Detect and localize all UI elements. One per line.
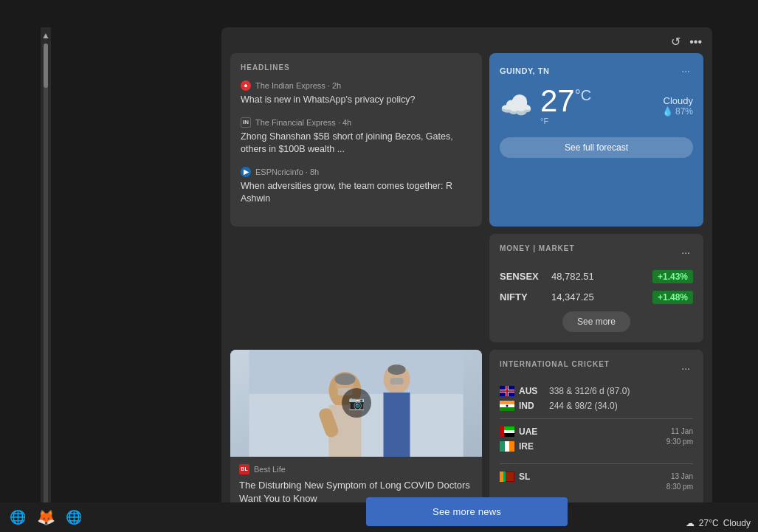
sl-time: 13 Jan8:30 pm	[666, 471, 693, 492]
taskbar-icon-globe[interactable]: 🌐	[6, 505, 30, 529]
market-more-button[interactable]: ···	[678, 245, 693, 260]
news-source-2: IN The Financial Express · 4h	[241, 117, 472, 128]
cricket-more-button[interactable]: ···	[678, 361, 693, 376]
market-label: MONEY | MARKET	[500, 244, 575, 252]
cricket-header: INTERNATIONAL CRICKET ···	[500, 360, 693, 377]
news-image: 📷	[230, 350, 482, 457]
see-more-news-overlay: See more news	[221, 491, 712, 532]
aus-score: 338 & 312/6 d (87.0)	[549, 386, 693, 396]
financial-express-icon: IN	[241, 117, 251, 128]
uae-flag-icon	[500, 426, 514, 437]
widget-panel: ↺ ••• HEADLINES ● The Indian Express · 2…	[221, 27, 712, 532]
svg-rect-26	[500, 441, 505, 452]
svg-rect-31	[503, 471, 506, 482]
scroll-thumb[interactable]	[44, 44, 48, 88]
news-headline-3[interactable]: When adversities grow, the team comes to…	[241, 180, 472, 206]
taskbar-icon-edge[interactable]: 🌐	[62, 505, 86, 529]
weather-cloud-icon: ☁️	[500, 90, 533, 121]
more-options-icon[interactable]: •••	[689, 35, 702, 49]
weather-temperature: 27°C	[540, 83, 591, 118]
nifty-label: NIFTY	[500, 291, 551, 303]
aus-team: AUS	[519, 386, 545, 396]
top-row: HEADLINES ● The Indian Express · 2h What…	[230, 53, 703, 227]
cricket-match-2: UAE IRE 11 Jan9:30 pm	[500, 426, 693, 456]
news-headline-2[interactable]: Zhong Shanshan $5B short of joining Bezo…	[241, 131, 472, 156]
weather-more-button[interactable]: ···	[678, 63, 693, 78]
ind-flag-icon	[500, 401, 514, 411]
market-see-more-button[interactable]: See more	[562, 311, 630, 332]
weather-condition: Cloudy	[662, 95, 693, 106]
svg-point-6	[335, 373, 356, 385]
news-item-2[interactable]: IN The Financial Express · 4h Zhong Shan…	[241, 117, 472, 156]
medical-background: 📷	[230, 350, 482, 457]
spacer-left	[230, 234, 482, 342]
cricket-label: INTERNATIONAL CRICKET	[500, 360, 610, 368]
taskbar-icon-edge-canary[interactable]: 🦊	[34, 505, 58, 529]
humidity-drop-icon: 💧	[662, 106, 673, 117]
reload-icon[interactable]: ↺	[671, 35, 681, 49]
svg-point-21	[506, 404, 509, 407]
sensex-change: +1.43%	[652, 270, 693, 283]
ire-row: IRE	[500, 441, 545, 452]
news-source-3: ▶ ESPNcricinfo · 8h	[241, 167, 472, 177]
svg-rect-25	[500, 426, 504, 437]
ire-team: IRE	[519, 441, 545, 452]
svg-rect-11	[390, 378, 404, 384]
ire-flag-icon	[500, 441, 514, 452]
weather-right: Cloudy 💧 87%	[662, 95, 693, 117]
aus-flag-icon	[500, 386, 514, 396]
sensex-row: SENSEX 48,782.51 +1.43%	[500, 270, 693, 283]
nifty-row: NIFTY 14,347.25 +1.48%	[500, 291, 693, 304]
market-card: MONEY | MARKET ··· SENSEX 48,782.51 +1.4…	[489, 234, 703, 342]
second-row: MONEY | MARKET ··· SENSEX 48,782.51 +1.4…	[230, 234, 703, 342]
sl-team: SL	[519, 471, 545, 482]
scroll-up-button[interactable]: ▲	[41, 30, 50, 41]
sl-team-block: SL	[500, 471, 545, 486]
news-item-3[interactable]: ▶ ESPNcricinfo · 8h When adversities gro…	[241, 167, 472, 206]
svg-rect-32	[506, 472, 514, 481]
sl-row: SL	[500, 471, 545, 482]
espn-icon: ▶	[241, 167, 251, 177]
taskbar-weather-condition: Cloudy	[723, 518, 751, 528]
market-header: MONEY | MARKET ···	[500, 244, 693, 261]
headlines-card: HEADLINES ● The Indian Express · 2h What…	[230, 53, 482, 227]
headlines-label: HEADLINES	[241, 63, 472, 72]
aus-row: AUS 338 & 312/6 d (87.0)	[500, 386, 693, 396]
weather-header: GUINDY, TN ···	[500, 63, 693, 78]
svg-rect-17	[506, 386, 508, 396]
uae-ire-teams: UAE IRE	[500, 426, 545, 456]
uae-ire-time: 11 Jan9:30 pm	[666, 426, 693, 447]
news-item-1[interactable]: ● The Indian Express · 2h What is new in…	[241, 80, 472, 107]
news-card-source: BL Best Life	[239, 464, 473, 474]
news-source-name-3: ESPNcricinfo · 8h	[255, 167, 319, 176]
news-headline-1[interactable]: What is new in WhatsApp's privacy policy…	[241, 94, 472, 107]
scrollbar: ▲ ▼	[41, 27, 51, 532]
ind-row: IND 244 & 98/2 (34.0)	[500, 401, 693, 411]
uae-team: UAE	[519, 426, 545, 437]
forecast-button[interactable]: See full forecast	[500, 137, 693, 158]
uae-row: UAE	[500, 426, 545, 437]
weather-card: GUINDY, TN ··· ☁️ 27°C °F Cloudy 💧	[489, 53, 703, 227]
news-source-name-2: The Financial Express · 4h	[255, 118, 351, 127]
svg-rect-9	[384, 393, 410, 457]
scroll-track	[44, 44, 48, 516]
cricket-match-1: AUS 338 & 312/6 d (87.0) IND 244 & 98/2 …	[500, 386, 693, 411]
svg-point-12	[388, 365, 406, 375]
best-life-icon: BL	[239, 464, 249, 474]
panel-header: ↺ •••	[221, 27, 712, 53]
see-more-news-button[interactable]: See more news	[366, 497, 568, 526]
weather-main: ☁️ 27°C °F Cloudy 💧 87%	[500, 86, 693, 125]
ind-team: IND	[519, 401, 545, 411]
news-source-1: ● The Indian Express · 2h	[241, 80, 472, 91]
sensex-value: 48,782.51	[551, 271, 652, 282]
svg-rect-30	[500, 471, 503, 482]
svg-rect-27	[505, 441, 509, 452]
camera-overlay: 📷	[342, 388, 371, 418]
weather-humidity: 💧 87%	[662, 106, 693, 117]
weather-location: GUINDY, TN	[500, 66, 549, 75]
svg-rect-20	[500, 407, 514, 411]
news-source-name-1: The Indian Express · 2h	[255, 81, 341, 90]
nifty-change: +1.48%	[652, 291, 693, 304]
panel-content: HEADLINES ● The Indian Express · 2h What…	[221, 53, 712, 532]
ind-score: 244 & 98/2 (34.0)	[549, 401, 693, 411]
